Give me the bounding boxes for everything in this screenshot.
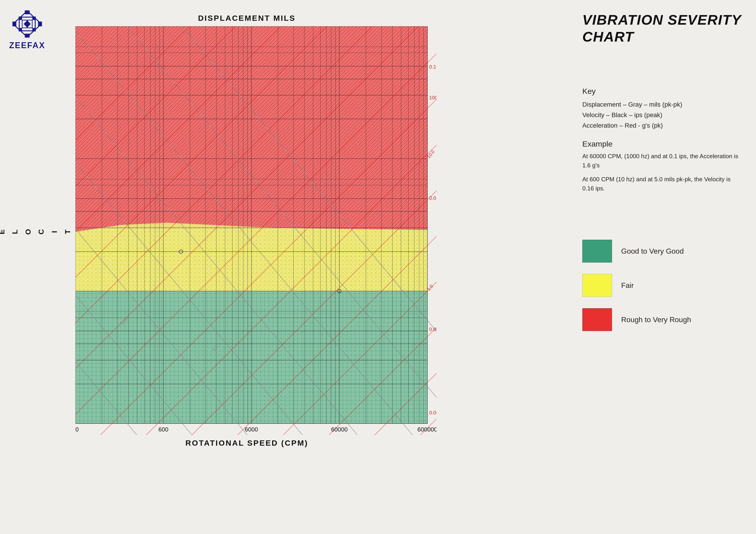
key-item-velocity: Velocity – Black – ips (peak): [582, 110, 742, 120]
legend-swatch-good: [582, 240, 612, 263]
svg-rect-4: [25, 11, 29, 14]
svg-rect-5: [25, 34, 29, 37]
x-axis-bottom-label: ROTATIONAL SPEED (CPM): [48, 439, 446, 447]
logo-text: ZEEFAX: [9, 41, 45, 50]
svg-rect-9: [33, 17, 35, 19]
page: ZEEFAX VIBRATION SEVERITY CHART Key Disp…: [0, 0, 756, 534]
legend-label-rough: Rough to Very Rough: [621, 316, 691, 324]
svg-text:60000: 60000: [331, 426, 348, 433]
key-area: Key Displacement – Gray – mils (pk-pk) V…: [582, 87, 742, 197]
svg-rect-7: [39, 22, 41, 26]
logo-area: ZEEFAX: [9, 9, 45, 50]
chart-svg: 10.0 5.0 4.0 3.0 2.0 1.0 0.5 0.4 0.3 0.2…: [75, 26, 437, 435]
key-item-acceleration: Acceleration – Red - g's (pk): [582, 121, 742, 130]
chart-title: VIBRATION SEVERITY CHART: [582, 12, 742, 45]
example-text-2: At 600 CPM (10 hz) and at 5.0 mils pk-pk…: [582, 175, 742, 193]
svg-text:600000: 600000: [418, 426, 437, 433]
key-item-displacement: Displacement – Gray – mils (pk-pk): [582, 100, 742, 109]
legend-area: Good to Very Good Fair Rough to Very Rou…: [582, 240, 742, 343]
title-area: VIBRATION SEVERITY CHART: [582, 12, 742, 45]
y-axis-label-container: VELOCITYIPS: [48, 26, 74, 435]
legend-swatch-fair: [582, 274, 612, 297]
legend-item-good: Good to Very Good: [582, 240, 742, 263]
svg-marker-3: [24, 21, 30, 27]
svg-text:60: 60: [75, 426, 79, 433]
chart-svg-wrapper: 10.0 5.0 4.0 3.0 2.0 1.0 0.5 0.4 0.3 0.2…: [75, 26, 437, 435]
svg-rect-8: [19, 17, 21, 19]
legend-swatch-rough: [582, 308, 612, 331]
svg-text:0.01: 0.01: [429, 195, 437, 201]
key-title: Key: [582, 87, 742, 96]
svg-text:0.1: 0.1: [429, 64, 436, 70]
example-text-1: At 60000 CPM, (1000 hz) and at 0.1 ips, …: [582, 152, 742, 170]
legend-item-fair: Fair: [582, 274, 742, 297]
chart-container: DISPLACEMENT MILS VELOCITYIPS: [48, 14, 446, 447]
svg-text:100.0: 100.0: [429, 95, 437, 100]
svg-text:0.0001: 0.0001: [429, 410, 437, 416]
legend-label-fair: Fair: [621, 281, 634, 290]
svg-rect-11: [33, 29, 35, 31]
legend-label-good: Good to Very Good: [621, 247, 684, 255]
svg-text:0.001: 0.001: [429, 326, 437, 332]
svg-rect-10: [19, 29, 21, 31]
svg-rect-6: [13, 22, 16, 26]
svg-text:600: 600: [158, 426, 168, 433]
example-title: Example: [582, 140, 742, 148]
logo-icon: [11, 9, 43, 39]
legend-item-rough: Rough to Very Rough: [582, 308, 742, 331]
svg-text:6000: 6000: [245, 426, 258, 433]
x-axis-top-label: DISPLACEMENT MILS: [48, 14, 446, 23]
